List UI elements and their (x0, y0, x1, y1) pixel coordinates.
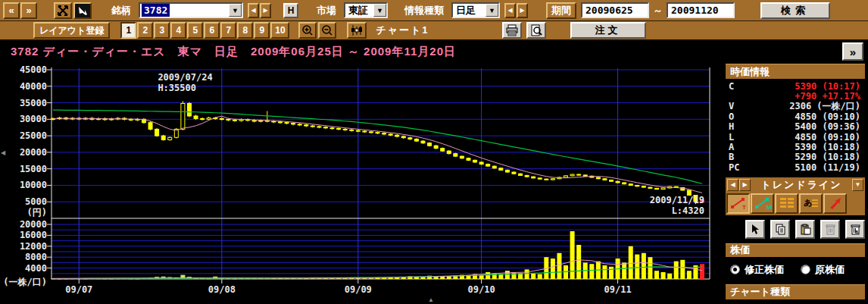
period-to-field[interactable] (667, 2, 735, 18)
adjusted-price-radio[interactable]: 修正株価 (730, 263, 784, 277)
volume-bar (551, 259, 555, 279)
layout-number-button-10[interactable]: 10 (270, 22, 289, 39)
market-select-value: 東証 (348, 4, 368, 17)
price-info-label: B (729, 152, 734, 162)
symbol-next-button[interactable]: ▶ (260, 3, 271, 18)
symbol-input-value[interactable]: 3782 (142, 4, 170, 17)
paste-button[interactable] (795, 220, 815, 239)
layout-number-button-9[interactable]: 9 (254, 22, 270, 39)
text-annotation-button[interactable]: あ (799, 193, 823, 214)
symbol-combobox[interactable]: 3782 ▼ (139, 2, 243, 18)
volume-bar (700, 264, 704, 279)
price-volume-chart[interactable]: 4500040000350003000025000200001500010000… (0, 62, 718, 304)
print-preview-button[interactable] (526, 22, 546, 39)
volume-bar (667, 274, 672, 279)
trendline-dropdown-button[interactable]: ▼ (852, 179, 863, 191)
info-type-select[interactable]: 日足 ▼ (451, 2, 500, 18)
symbol-dropdown-button[interactable]: ▼ (229, 4, 242, 17)
arrow-tool-button[interactable] (823, 193, 847, 214)
candle-body (577, 174, 581, 175)
period-prev-button[interactable]: ◀ (504, 3, 516, 18)
layout-number-button-7[interactable]: 7 (220, 22, 236, 39)
chart-annotation: 2009/11/19 (650, 195, 704, 205)
original-price-radio[interactable]: 原株価 (801, 263, 845, 277)
price-axis-label: 20000 (20, 147, 47, 158)
nav-back-button[interactable]: « (3, 2, 20, 19)
adjusted-price-label: 修正株価 (745, 263, 784, 277)
search-button[interactable]: 検索 (760, 2, 830, 19)
nav-forward-button[interactable]: » (20, 2, 37, 19)
period-next-button[interactable]: ▶ (517, 3, 528, 18)
period-from-input[interactable] (582, 5, 648, 16)
candle-body (259, 121, 263, 121)
layout-number-button-6[interactable]: 6 (204, 22, 220, 39)
candle-body (226, 119, 230, 120)
pan-arrows-icon (57, 5, 69, 17)
layout-number-button-2[interactable]: 2 (137, 22, 153, 39)
candle-body (148, 123, 152, 130)
candle-body (447, 151, 451, 153)
delete-all-button[interactable]: a (845, 220, 865, 239)
price-info-row: C5390 (10:17) (726, 81, 865, 91)
panel-expand-button[interactable]: » (842, 42, 863, 61)
volume-axis-unit: (一株/口) (3, 277, 47, 287)
volume-bar (680, 260, 685, 279)
volume-bar (538, 274, 542, 279)
layout-number-button-8[interactable]: 8 (237, 22, 253, 39)
pointer-mode-button[interactable] (73, 2, 92, 19)
candlestick-view-button[interactable] (347, 22, 367, 39)
layout-number-button-1[interactable]: 1 (120, 22, 136, 39)
layout-number-button-3[interactable]: 3 (154, 22, 170, 39)
candle-body (414, 139, 418, 141)
copy-button[interactable] (770, 220, 790, 239)
candle-body (473, 160, 477, 162)
candle-body (596, 177, 600, 179)
trendline-prev-button[interactable]: ◀ (727, 179, 738, 191)
symbol-prev-button[interactable]: ◀ (248, 3, 259, 18)
period-to-input[interactable] (668, 5, 733, 16)
market-dropdown-button[interactable]: ▼ (373, 4, 386, 17)
layout-number-button-5[interactable]: 5 (187, 22, 203, 39)
candle-body (401, 136, 405, 138)
delete-button[interactable] (820, 220, 840, 239)
trendline-list-button[interactable] (775, 193, 798, 214)
print-button[interactable] (502, 22, 522, 39)
select-cursor-button[interactable] (745, 220, 765, 239)
pan-mode-button[interactable] (54, 2, 72, 19)
zoom-in-button[interactable] (298, 22, 317, 39)
layout-register-button[interactable]: レイアウト登録 (33, 22, 110, 39)
volume-axis-label: 16000 (20, 230, 47, 240)
candle-body (376, 133, 379, 133)
bottom-resize-arrow[interactable]: ▲ (428, 297, 434, 303)
x-axis-label: 09/09 (345, 284, 372, 295)
price-info-row: PC5100 (11/19) (726, 162, 865, 172)
price-info-label: L (729, 132, 734, 143)
period-from-field[interactable] (581, 2, 649, 18)
candle-body (479, 162, 483, 165)
trendline-tools: T M あ (726, 193, 865, 215)
zoom-out-button[interactable] (318, 22, 336, 39)
trendline-next-button[interactable]: ▶ (739, 179, 751, 191)
volume-axis-label: 8000 (25, 252, 47, 262)
order-button[interactable]: 注文 (570, 22, 646, 39)
price-axis-label: 10000 (20, 180, 47, 190)
volume-bar (511, 272, 516, 279)
svg-text:あ: あ (804, 198, 812, 207)
layout-number-button-4[interactable]: 4 (170, 22, 186, 39)
history-button[interactable]: H (283, 3, 298, 18)
candle-body (311, 126, 314, 127)
candle-body (512, 172, 516, 174)
info-type-dropdown-button[interactable]: ▼ (486, 4, 498, 17)
left-scroll-arrow[interactable]: ◀ (1, 150, 5, 156)
candle-body (655, 188, 659, 189)
price-axis-label: 15000 (20, 164, 47, 174)
price-axis-label: 40000 (20, 81, 47, 92)
trendline-draw-button[interactable]: T (726, 193, 750, 214)
candle-body (610, 180, 614, 181)
candle-body (168, 137, 172, 139)
candle-body (272, 121, 276, 122)
layout-number-buttons: 12345678910 (120, 22, 289, 39)
trendline-multi-button[interactable]: M (751, 193, 774, 214)
period-tilde: ～ (653, 4, 663, 17)
market-select[interactable]: 東証 ▼ (344, 2, 388, 18)
